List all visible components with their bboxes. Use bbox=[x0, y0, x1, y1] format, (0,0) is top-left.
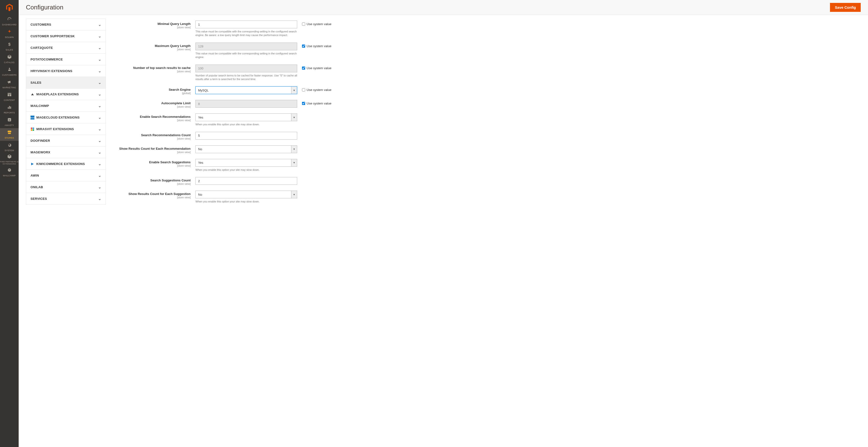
nav-amasty[interactable]: aAMASTY bbox=[0, 115, 19, 128]
select-value: No bbox=[198, 147, 202, 151]
select-value: Yes bbox=[198, 115, 203, 119]
max_query_length-use-system[interactable]: Use system value bbox=[302, 44, 861, 48]
autocomplete_limit-use-system[interactable]: Use system value bbox=[302, 102, 861, 105]
section-label-text: POTATOCOMMERCE bbox=[31, 58, 63, 61]
field-label: Enable Search Suggestions bbox=[149, 160, 191, 164]
use-system-label: Use system value bbox=[307, 66, 332, 70]
help-text: This value must be compatible with the c… bbox=[195, 52, 297, 59]
field-scope: [store view] bbox=[113, 70, 191, 73]
section-doofinder[interactable]: DOOFINDER⌄ bbox=[26, 135, 106, 146]
nav-marketing[interactable]: MARKETING bbox=[0, 78, 19, 91]
suggestions_count-input[interactable] bbox=[195, 177, 297, 185]
section-customer-supportdesk[interactable]: CUSTOMER SUPPORTDESK⌄ bbox=[26, 31, 106, 42]
svg-point-12 bbox=[9, 169, 10, 170]
megaphone-icon bbox=[7, 79, 12, 85]
field-label: Enable Search Recommendations bbox=[140, 115, 191, 118]
use-system-label: Use system value bbox=[307, 44, 332, 48]
partners-icon bbox=[7, 154, 12, 160]
field-top_results_cache: Number of top search results to cache[st… bbox=[113, 65, 861, 81]
search_engine-use-system[interactable]: Use system value bbox=[302, 88, 861, 92]
section-hryvinskyi[interactable]: HRYVINSKYI EXTENSIONS⌄ bbox=[26, 65, 106, 77]
nav-label: CUSTOMERS bbox=[2, 74, 17, 76]
section-label-text: DOOFINDER bbox=[31, 139, 50, 142]
magecloud-icon: Mage bbox=[31, 115, 34, 119]
enable_suggestions-select[interactable]: Yes▼ bbox=[195, 159, 297, 167]
field-scope: [store view] bbox=[113, 119, 191, 122]
field-label: Autocomplete Limit bbox=[161, 101, 191, 105]
recommendations_count-input[interactable] bbox=[195, 132, 297, 140]
use-system-checkbox[interactable] bbox=[302, 102, 305, 105]
kiwi-icon bbox=[31, 162, 34, 166]
section-label-text: CART2QUOTE bbox=[31, 46, 53, 49]
nav-label: SOLWIN bbox=[5, 36, 14, 38]
use-system-checkbox[interactable] bbox=[302, 67, 305, 70]
section-label-text: KIWICOMMERCE EXTENSIONS bbox=[36, 162, 85, 166]
nav-customers[interactable]: CUSTOMERS bbox=[0, 65, 19, 78]
nav-stores[interactable]: STORES bbox=[0, 128, 19, 141]
select-value: MySQL bbox=[198, 89, 209, 92]
field-max_query_length: Maximum Query Length[store view]This val… bbox=[113, 42, 861, 59]
nav-catalog[interactable]: CATALOG bbox=[0, 53, 19, 65]
section-mailchimp[interactable]: MAILCHIMP⌄ bbox=[26, 100, 106, 112]
section-magecloud[interactable]: MageMAGECLOUD EXTENSIONS⌄ bbox=[26, 112, 106, 123]
nav-reports[interactable]: REPORTS bbox=[0, 103, 19, 115]
section-awin[interactable]: AWIN⌄ bbox=[26, 170, 106, 181]
select-value: No bbox=[198, 193, 202, 197]
svg-point-10 bbox=[8, 168, 11, 171]
nav-mailchimp-nav[interactable]: MAILCHIMP bbox=[0, 166, 19, 178]
show_results_each_suggestion-select[interactable]: No▼ bbox=[195, 191, 297, 198]
section-kiwicommerce[interactable]: KIWICOMMERCE EXTENSIONS⌄ bbox=[26, 158, 106, 170]
search_engine-select[interactable]: MySQL▼ bbox=[195, 87, 297, 94]
section-mageplaza[interactable]: MAGEPLAZA EXTENSIONS⌄ bbox=[26, 89, 106, 100]
field-label: Maximum Query Length bbox=[155, 44, 191, 48]
section-potatocommerce[interactable]: POTATOCOMMERCE⌄ bbox=[26, 54, 106, 65]
section-label-text: HRYVINSKYI EXTENSIONS bbox=[31, 69, 72, 73]
min_query_length-use-system[interactable]: Use system value bbox=[302, 22, 861, 26]
section-label-text: MIRASVIT EXTENSIONS bbox=[36, 127, 74, 131]
mailchimp-icon bbox=[7, 168, 12, 174]
svg-point-1 bbox=[9, 68, 10, 69]
save-config-button[interactable]: Save Config bbox=[830, 3, 861, 12]
section-onilab[interactable]: ONILAB⌄ bbox=[26, 181, 106, 193]
nav-solwin[interactable]: SOLWIN bbox=[0, 28, 19, 40]
gauge-icon bbox=[7, 17, 12, 23]
show_results_each_recommendation-select[interactable]: No▼ bbox=[195, 145, 297, 153]
nav-sales[interactable]: $SALES bbox=[0, 40, 19, 53]
field-scope: [store view] bbox=[113, 48, 191, 51]
field-label: Search Engine bbox=[169, 88, 191, 92]
use-system-checkbox[interactable] bbox=[302, 44, 305, 48]
enable_recommendations-select[interactable]: Yes▼ bbox=[195, 113, 297, 121]
nav-label: STORES bbox=[5, 137, 14, 139]
use-system-checkbox[interactable] bbox=[302, 88, 305, 92]
section-mageworx[interactable]: MAGEWORX⌄ bbox=[26, 146, 106, 158]
nav-system[interactable]: SYSTEM bbox=[0, 141, 19, 153]
field-label: Number of top search results to cache bbox=[133, 66, 191, 70]
section-services[interactable]: SERVICES⌄ bbox=[26, 193, 106, 205]
magento-logo[interactable] bbox=[0, 0, 19, 15]
section-cart2quote[interactable]: CART2QUOTE⌄ bbox=[26, 42, 106, 54]
box-icon bbox=[7, 55, 12, 61]
chevron-down-icon: ⌄ bbox=[98, 22, 101, 27]
use-system-checkbox[interactable] bbox=[302, 23, 305, 26]
field-label: Search Suggestions Count bbox=[150, 178, 191, 182]
svg-rect-17 bbox=[31, 129, 32, 131]
nav-content[interactable]: CONTENT bbox=[0, 91, 19, 103]
section-customers[interactable]: CUSTOMERS⌄ bbox=[26, 19, 106, 31]
min_query_length-input[interactable] bbox=[195, 21, 297, 28]
top_results_cache-use-system[interactable]: Use system value bbox=[302, 66, 861, 70]
section-mirasvit[interactable]: MIRASVIT EXTENSIONS⌄ bbox=[26, 123, 106, 135]
use-system-label: Use system value bbox=[307, 88, 332, 92]
nav-label: SYSTEM bbox=[5, 149, 14, 152]
section-sales[interactable]: SALES⌄ bbox=[26, 77, 106, 89]
mageplaza-icon bbox=[31, 93, 34, 96]
nav-find-partners[interactable]: FIND PARTNERS & EXTENSIONS bbox=[0, 153, 19, 166]
nav-dashboard[interactable]: DASHBOARD bbox=[0, 15, 19, 28]
field-scope: [store view] bbox=[113, 105, 191, 108]
svg-rect-16 bbox=[33, 128, 34, 129]
chevron-down-icon: ⌄ bbox=[98, 45, 101, 50]
nav-label: MARKETING bbox=[2, 87, 16, 89]
section-label-text: CUSTOMERS bbox=[31, 23, 51, 26]
svg-point-11 bbox=[9, 169, 9, 170]
chevron-down-icon: ⌄ bbox=[98, 173, 101, 178]
chevron-down-icon: ⌄ bbox=[98, 34, 101, 38]
